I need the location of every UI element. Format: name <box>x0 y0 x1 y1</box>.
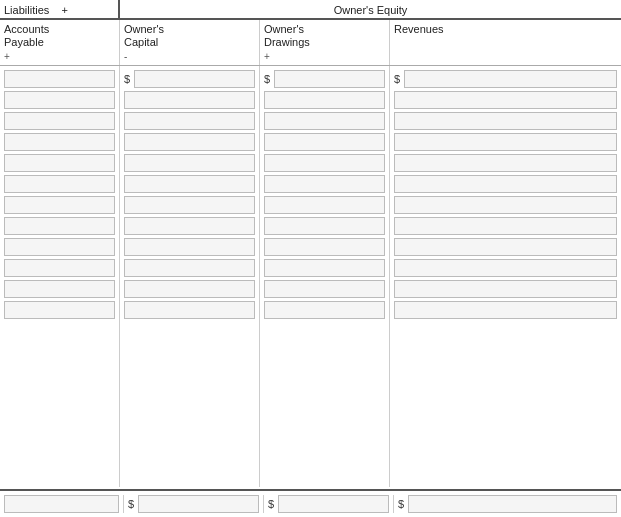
rev-input-1[interactable] <box>394 91 617 109</box>
oc-input-0[interactable] <box>134 70 255 88</box>
oc-label-line2: Capital <box>124 36 255 49</box>
od-row-2 <box>264 112 385 130</box>
sub-header-row: Accounts Payable + Owner's Capital - Own… <box>0 20 621 66</box>
footer-oc: $ <box>124 495 264 513</box>
rev-input-7[interactable] <box>394 217 617 235</box>
od-input-8[interactable] <box>264 238 385 256</box>
od-input-0[interactable] <box>274 70 385 88</box>
ap-row-6 <box>4 196 115 214</box>
footer-od-dollar: $ <box>268 498 276 510</box>
od-row-3 <box>264 133 385 151</box>
od-row-9 <box>264 259 385 277</box>
rev-input-4[interactable] <box>394 154 617 172</box>
liabilities-label: Liabilities <box>4 4 49 16</box>
footer-ap-input[interactable] <box>4 495 119 513</box>
od-input-5[interactable] <box>264 175 385 193</box>
oc-input-2[interactable] <box>124 112 255 130</box>
col-owners-drawings-header: Owner's Drawings + <box>260 20 390 65</box>
ap-input-4[interactable] <box>4 154 115 172</box>
od-input-2[interactable] <box>264 112 385 130</box>
ap-input-3[interactable] <box>4 133 115 151</box>
od-row-11 <box>264 301 385 319</box>
oc-input-4[interactable] <box>124 154 255 172</box>
ap-input-0[interactable] <box>4 70 115 88</box>
rev-row-5 <box>394 175 617 193</box>
rev-input-2[interactable] <box>394 112 617 130</box>
od-input-3[interactable] <box>264 133 385 151</box>
od-input-6[interactable] <box>264 196 385 214</box>
od-input-4[interactable] <box>264 154 385 172</box>
ap-input-10[interactable] <box>4 280 115 298</box>
section-owners-drawings: $ <box>260 66 390 487</box>
ap-input-9[interactable] <box>4 259 115 277</box>
rev-label-line1: Revenues <box>394 23 617 36</box>
rev-input-3[interactable] <box>394 133 617 151</box>
liabilities-header: Liabilities + <box>0 0 120 18</box>
rev-input-6[interactable] <box>394 196 617 214</box>
oc-input-10[interactable] <box>124 280 255 298</box>
oc-row-2 <box>124 112 255 130</box>
oc-input-6[interactable] <box>124 196 255 214</box>
footer-rev-dollar: $ <box>398 498 406 510</box>
oc-row-7 <box>124 217 255 235</box>
rev-input-9[interactable] <box>394 259 617 277</box>
ap-row-11 <box>4 301 115 319</box>
ap-row-1 <box>4 91 115 109</box>
ap-input-5[interactable] <box>4 175 115 193</box>
oc-input-3[interactable] <box>124 133 255 151</box>
oc-input-7[interactable] <box>124 217 255 235</box>
od-input-11[interactable] <box>264 301 385 319</box>
od-input-7[interactable] <box>264 217 385 235</box>
rev-row-1 <box>394 91 617 109</box>
ap-input-7[interactable] <box>4 217 115 235</box>
od-row-4 <box>264 154 385 172</box>
oc-row-0: $ <box>124 70 255 88</box>
oc-input-1[interactable] <box>124 91 255 109</box>
ap-row-5 <box>4 175 115 193</box>
od-label-line1: Owner's <box>264 23 385 36</box>
section-owners-capital: $ <box>120 66 260 487</box>
oc-input-5[interactable] <box>124 175 255 193</box>
rev-input-11[interactable] <box>394 301 617 319</box>
rev-input-8[interactable] <box>394 238 617 256</box>
od-input-1[interactable] <box>264 91 385 109</box>
rev-row-9 <box>394 259 617 277</box>
rev-row-8 <box>394 238 617 256</box>
oc-row-4 <box>124 154 255 172</box>
rev-input-10[interactable] <box>394 280 617 298</box>
ap-input-8[interactable] <box>4 238 115 256</box>
rev-row-3 <box>394 133 617 151</box>
rev-row-0: $ <box>394 70 617 88</box>
oc-input-11[interactable] <box>124 301 255 319</box>
oc-input-8[interactable] <box>124 238 255 256</box>
footer-row: $ $ $ <box>0 489 621 517</box>
rev-input-5[interactable] <box>394 175 617 193</box>
oc-input-9[interactable] <box>124 259 255 277</box>
rev-input-0[interactable] <box>404 70 617 88</box>
data-area: $ $ $ <box>0 66 621 487</box>
od-row-5 <box>264 175 385 193</box>
col-accounts-payable-header: Accounts Payable + <box>0 20 120 65</box>
od-label-line2: Drawings <box>264 36 385 49</box>
oc-label-line1: Owner's <box>124 23 255 36</box>
footer-rev-input[interactable] <box>408 495 617 513</box>
od-input-9[interactable] <box>264 259 385 277</box>
ap-input-2[interactable] <box>4 112 115 130</box>
ap-row-10 <box>4 280 115 298</box>
section-accounts-payable <box>0 66 120 487</box>
od-input-10[interactable] <box>264 280 385 298</box>
footer-od-input[interactable] <box>278 495 389 513</box>
ap-row-8 <box>4 238 115 256</box>
liabilities-plus-sign: + <box>61 4 67 16</box>
footer-ap <box>4 495 124 513</box>
main-container: Liabilities + Owner's Equity Accounts Pa… <box>0 0 621 517</box>
oc-row-8 <box>124 238 255 256</box>
ap-label-line2: Payable <box>4 36 115 49</box>
footer-oc-input[interactable] <box>138 495 259 513</box>
ap-row-0 <box>4 70 115 88</box>
footer-od: $ <box>264 495 394 513</box>
ap-input-6[interactable] <box>4 196 115 214</box>
ap-row-3 <box>4 133 115 151</box>
ap-input-1[interactable] <box>4 91 115 109</box>
ap-input-11[interactable] <box>4 301 115 319</box>
